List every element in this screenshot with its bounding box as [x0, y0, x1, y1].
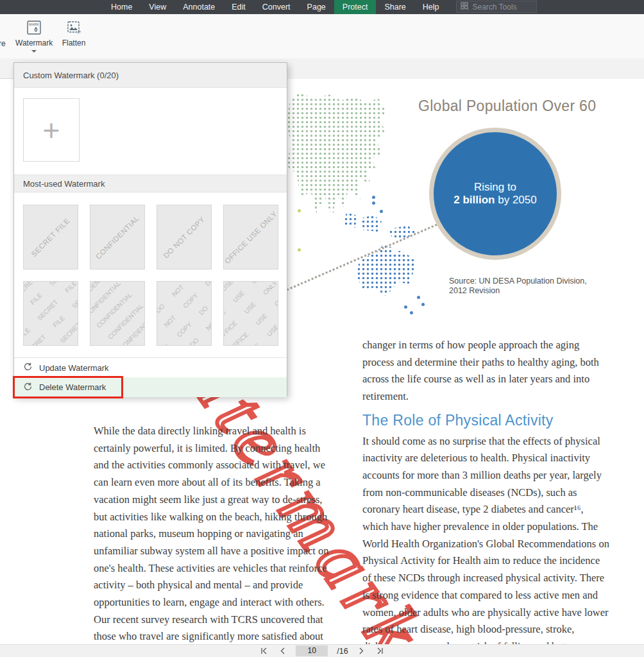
- source-line2: 2012 Revision: [449, 286, 587, 296]
- watermark-label: Watermark: [15, 38, 53, 47]
- update-watermark-icon: [23, 362, 33, 373]
- map-dot-yellow: [298, 248, 301, 252]
- watermark-thumb-do-not-copy[interactable]: DO NOT COPY: [157, 205, 212, 269]
- dotted-arrow-line: [269, 219, 448, 298]
- update-watermark-button[interactable]: Update Watermark: [14, 357, 287, 377]
- menu-item-convert[interactable]: Convert: [254, 0, 299, 14]
- delete-watermark-button[interactable]: Delete Watermark: [14, 377, 287, 397]
- source-note: Source: UN DESA Population Division, 201…: [449, 277, 587, 296]
- clipped-toolbar-label[interactable]: re: [0, 39, 6, 48]
- map-dot: [380, 210, 383, 213]
- next-page-button[interactable]: [357, 647, 366, 656]
- menu-item-view[interactable]: View: [140, 0, 174, 14]
- circle-line2-bold: 2 billion: [453, 194, 495, 206]
- delete-watermark-icon: [23, 382, 33, 393]
- search-tools-placeholder: Search Tools: [472, 3, 516, 12]
- first-page-button[interactable]: [260, 647, 269, 656]
- thumb-label: OFFICE USE ONLY: [223, 209, 278, 264]
- page-total-label: /16: [337, 647, 348, 656]
- delete-watermark-label: Delete Watermark: [39, 382, 106, 392]
- map-region-islands-b: [361, 215, 382, 232]
- menu-item-help[interactable]: Help: [414, 0, 448, 14]
- search-tools-icon: [461, 2, 469, 12]
- app-window: Home View Annotate Edit Convert Page Pro…: [0, 0, 644, 657]
- section-heading: The Role of Physical Activity: [362, 412, 611, 429]
- status-bar: /16: [0, 644, 644, 657]
- last-page-button[interactable]: [375, 647, 384, 656]
- map-dot: [417, 296, 420, 299]
- map-dot-yellow: [298, 209, 301, 212]
- map-dot: [421, 303, 425, 306]
- page-number-input[interactable]: [296, 645, 328, 656]
- flatten-icon: P: [65, 19, 82, 36]
- update-watermark-label: Update Watermark: [39, 363, 109, 373]
- thumb-tiled-label: OFFICE USE ONLY OFFICE USE ONLY OFFICE U…: [223, 281, 278, 346]
- thumb-label: CONFIDENTIAL: [94, 214, 140, 260]
- menu-item-edit[interactable]: Edit: [223, 0, 254, 14]
- map-region-australia: [357, 244, 416, 296]
- map-dot: [372, 196, 375, 199]
- watermark-button[interactable]: MARK Watermark: [15, 19, 53, 47]
- watermark-thumb-do-not-copy-tiled[interactable]: DO NOT COPY DO NOT COPY DO NOT COPY DO N…: [157, 281, 212, 346]
- thumb-tiled-label: DO NOT COPY DO NOT COPY DO NOT COPY DO N…: [157, 281, 212, 346]
- right-paragraph-2: It should come as no surprise that the e…: [362, 433, 611, 644]
- menubar-spacer: [0, 0, 103, 14]
- menu-item-protect[interactable]: Protect: [334, 0, 377, 14]
- map-region-islands-c: [389, 225, 416, 239]
- custom-watermark-header: Custom Watermark (0/20): [14, 63, 287, 88]
- menu-item-share[interactable]: Share: [376, 0, 414, 14]
- left-column-paragraph: While the data directly linking travel a…: [94, 423, 336, 644]
- watermark-thumb-office-use-only[interactable]: OFFICE USE ONLY: [223, 205, 278, 269]
- population-stat-circle: Rising to 2 billion by 2050: [429, 128, 561, 260]
- watermark-dropdown-caret[interactable]: [31, 50, 37, 53]
- infographic-title: Global Population Over 60: [418, 98, 596, 115]
- previous-page-button[interactable]: [278, 647, 287, 656]
- watermark-thumb-secret-file[interactable]: SECRET FILE: [23, 205, 78, 269]
- map-region-green: [287, 93, 386, 219]
- svg-text:P: P: [78, 30, 81, 35]
- plus-icon: +: [43, 113, 60, 148]
- right-paragraph-1: changer in terms of how people approach …: [362, 337, 611, 405]
- menu-item-page[interactable]: Page: [299, 0, 334, 14]
- map-dot: [404, 305, 407, 309]
- right-column: changer in terms of how people approach …: [362, 337, 611, 644]
- thumb-tiled-label: CONFIDENTIAL CONFIDENTIAL CONFIDENTIAL C…: [90, 281, 145, 346]
- map-dot: [372, 201, 375, 205]
- search-tools-input[interactable]: Search Tools: [456, 1, 537, 13]
- watermark-thumb-secret-file-tiled[interactable]: SECRET FILE SECRET FILE SECRET FILE SECR…: [23, 281, 78, 346]
- watermark-panel: Custom Watermark (0/20) + Most-used Wate…: [13, 62, 287, 397]
- circle-line1: Rising to: [474, 181, 516, 194]
- flatten-label: Flatten: [59, 38, 89, 47]
- toolbar: re MARK Watermark P Flatten: [0, 14, 644, 59]
- source-line1: Source: UN DESA Population Division,: [449, 277, 587, 286]
- menu-item-annotate[interactable]: Annotate: [174, 0, 223, 14]
- watermark-icon: MARK: [26, 19, 42, 36]
- map-dot: [410, 311, 413, 314]
- watermark-thumb-office-use-only-tiled[interactable]: OFFICE USE ONLY OFFICE USE ONLY OFFICE U…: [223, 281, 278, 346]
- watermark-thumb-confidential-tiled[interactable]: CONFIDENTIAL CONFIDENTIAL CONFIDENTIAL C…: [90, 281, 145, 346]
- thumb-label: DO NOT COPY: [162, 215, 206, 259]
- thumb-label: SECRET FILE: [30, 216, 72, 258]
- menu-item-home[interactable]: Home: [103, 0, 140, 14]
- watermark-thumb-confidential[interactable]: CONFIDENTIAL: [90, 205, 145, 269]
- most-used-watermark-header: Most-used Watermark: [14, 175, 287, 192]
- flatten-button[interactable]: P Flatten: [59, 19, 89, 47]
- thumb-tiled-label: SECRET FILE SECRET FILE SECRET FILE SECR…: [23, 281, 78, 346]
- map-region-islands-a: [344, 212, 357, 228]
- svg-text:MARK: MARK: [29, 22, 39, 26]
- circle-line2-rest: by 2050: [495, 194, 537, 206]
- circle-line2: 2 billion by 2050: [453, 194, 536, 207]
- add-custom-watermark-button[interactable]: +: [23, 98, 80, 162]
- menu-bar: Home View Annotate Edit Convert Page Pro…: [0, 0, 644, 14]
